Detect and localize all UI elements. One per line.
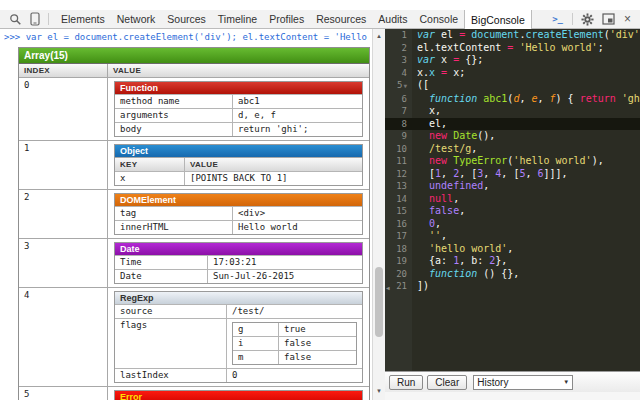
token-k: function <box>429 268 477 279</box>
history-select[interactable]: History ▼ <box>473 375 573 390</box>
code-text: false, <box>412 205 465 218</box>
scroll-up-icon[interactable]: ▲ <box>373 32 385 40</box>
code-text: {a: 1, b: 2}, <box>412 255 507 268</box>
editor-bottom-strip <box>385 392 640 400</box>
inspect-element-icon[interactable] <box>5 10 26 28</box>
array-header: Array(15) <box>19 48 369 64</box>
close-icon[interactable]: × <box>619 10 636 28</box>
code-line[interactable]: 9 new Date(), <box>385 130 640 143</box>
code-line[interactable]: 17 '', <box>385 230 640 243</box>
code-line[interactable]: 14 null, <box>385 193 640 206</box>
token-str: 'ghi' <box>622 93 640 104</box>
code-line[interactable]: 13 undefined, <box>385 180 640 193</box>
code-line[interactable]: 6 function abc1(d, e, f) { return 'ghi';… <box>385 93 640 106</box>
run-button[interactable]: Run <box>389 375 423 390</box>
code-line[interactable]: 5▼([ <box>385 79 640 93</box>
tab-network[interactable]: Network <box>111 10 162 28</box>
tab-console[interactable]: Console <box>414 10 465 28</box>
token-t: ; <box>598 42 604 53</box>
array-index-cell: 5 <box>19 387 108 400</box>
code-line[interactable]: 19 {a: 1, b: 2}, <box>385 255 640 268</box>
code-line[interactable]: 12 [1, 2, [3, 4, [5, 6]]], <box>385 168 640 181</box>
tab-sources[interactable]: Sources <box>161 10 212 28</box>
code-line[interactable]: 18 'hello world', <box>385 243 640 256</box>
nested-table-error: ErrorTypeTypeErrorMessagehello worldStac… <box>114 390 363 400</box>
property-row: flagsgtrueifalsemfalse <box>115 318 362 368</box>
console-drawer-icon[interactable]: >_ <box>547 10 568 28</box>
code-line[interactable]: 3var x = {}; <box>385 54 640 67</box>
code-line[interactable]: ◀21]) <box>385 280 640 293</box>
fold-end-icon: ◀ <box>386 282 390 295</box>
tab-timeline[interactable]: Timeline <box>212 10 263 28</box>
line-number: 11 <box>385 155 412 168</box>
array-columns-header: INDEX VALUE <box>19 64 369 78</box>
settings-gear-icon[interactable] <box>577 10 598 28</box>
code-line[interactable]: 20 function () {}, <box>385 268 640 281</box>
flags-table: gtrueifalsemfalse <box>232 322 357 365</box>
token-t: x. <box>417 67 429 78</box>
code-line[interactable]: 16 0, <box>385 218 640 231</box>
code-text: 0, <box>412 218 441 231</box>
type-header: Error <box>115 391 362 400</box>
clear-button[interactable]: Clear <box>427 375 467 390</box>
array-value-cell: DOMElementtag<div>innerHTMLHello world <box>108 190 369 238</box>
code-text: function abc1(d, e, f) { return 'ghi'; }… <box>412 93 640 106</box>
code-line[interactable]: 2el.textContent = 'Hello world'; <box>385 42 640 55</box>
property-row: x[POINTS BACK TO 1] <box>115 171 362 185</box>
token-t: {a: <box>417 255 453 266</box>
property-row: DateSun-Jul-26-2015 <box>115 269 362 283</box>
token-t: el.textContent <box>417 42 507 53</box>
console-input-echo: >>> var el = document.createElement('div… <box>0 29 372 45</box>
code-editor[interactable]: 1var el = document.createElement('div');… <box>385 29 640 371</box>
nested-table-function: Functionmethod nameabc1argumentsd, e, fb… <box>114 81 363 137</box>
tab-profiles[interactable]: Profiles <box>263 10 310 28</box>
type-header: Object <box>115 145 362 157</box>
code-line[interactable]: 10 /test/g, <box>385 143 640 156</box>
token-t: [ <box>417 168 435 179</box>
token-o: new <box>429 130 447 141</box>
scrollbar-thumb[interactable] <box>375 267 383 337</box>
device-mode-icon[interactable] <box>26 10 44 28</box>
flag-row: ifalse <box>233 336 356 350</box>
token-t: , <box>483 168 495 179</box>
tab-elements[interactable]: Elements <box>55 10 111 28</box>
array-index-cell: 2 <box>19 190 108 238</box>
code-text: var x = {}; <box>412 54 483 67</box>
property-label: innerHTML <box>115 221 233 234</box>
line-number: 15 <box>385 205 412 218</box>
line-number: 16 <box>385 218 412 231</box>
devtools-toolbar: ElementsNetworkSourcesTimelineProfilesRe… <box>0 10 640 29</box>
line-number: 3 <box>385 54 412 67</box>
token-t: , <box>537 93 549 104</box>
flag-value: true <box>279 323 356 336</box>
line-number: 6 <box>385 93 412 106</box>
code-line[interactable]: 1var el = document.createElement('div'); <box>385 29 640 42</box>
code-line[interactable]: 4x.x = x; <box>385 67 640 80</box>
scroll-down-icon[interactable]: ▼ <box>373 387 385 395</box>
tab-bigconsole[interactable]: BigConsole <box>464 10 532 29</box>
history-select-label: History <box>477 377 508 388</box>
tab-audits[interactable]: Audits <box>372 10 413 28</box>
code-line[interactable]: 7 x, <box>385 105 640 118</box>
array-row: 1ObjectKEYVALUEx[POINTS BACK TO 1] <box>19 141 369 190</box>
line-number: 8 <box>385 118 412 131</box>
left-panel-scrollbar[interactable]: ▲ ▼ <box>372 29 385 400</box>
property-value: [POINTS BACK TO 1] <box>185 172 362 185</box>
code-line[interactable]: 8 el, <box>385 118 640 131</box>
tab-resources[interactable]: Resources <box>310 10 372 28</box>
property-row: bodyreturn 'ghi'; <box>115 122 362 136</box>
property-label: Date <box>115 270 208 283</box>
dock-side-icon[interactable] <box>598 10 619 28</box>
fold-arrow-icon[interactable]: ▼ <box>403 82 407 89</box>
token-t: x; <box>447 67 465 78</box>
property-row: argumentsd, e, f <box>115 108 362 122</box>
property-value: <div> <box>233 207 362 220</box>
token-str: 'div' <box>610 29 640 40</box>
property-label: lastIndex <box>115 369 227 382</box>
array-rows: 0Functionmethod nameabc1argumentsd, e, f… <box>19 78 369 400</box>
token-t: , [ <box>501 168 519 179</box>
code-line[interactable]: 15 false, <box>385 205 640 218</box>
property-label: body <box>115 123 233 136</box>
bigconsole-editor-panel: 1var el = document.createElement('div');… <box>385 29 640 400</box>
code-line[interactable]: 11 new TypeError('hello world'), <box>385 155 640 168</box>
